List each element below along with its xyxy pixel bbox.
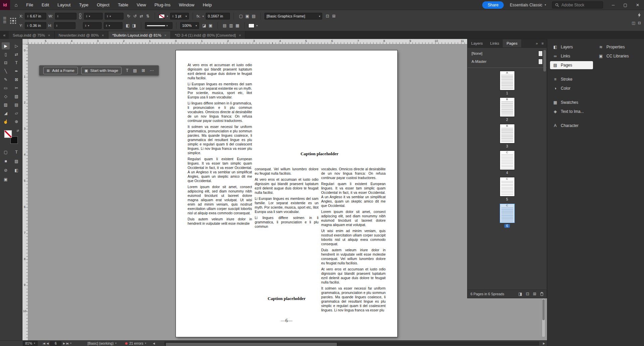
x-position-field[interactable]: ▲▼6.67 in — [25, 13, 46, 19]
rectangle-tool[interactable]: ▭ — [2, 84, 10, 91]
document-tab[interactable]: *ID 3-4 (1).indd @ 80% [Converted] × — [171, 31, 245, 39]
rotate-90-cw-icon[interactable]: ↻ — [126, 14, 132, 18]
panel-button-stroke[interactable]: ≡ Stroke — [550, 75, 593, 83]
menu-item[interactable]: Layout — [57, 2, 70, 7]
document-page[interactable]: At vero eros et accumsan et iusto odio d… — [176, 50, 397, 337]
page-thumbnail[interactable]: C — [500, 204, 515, 223]
master-page-thumbnail[interactable] — [538, 59, 543, 64]
frame-fitting-icon[interactable]: ⊞ — [331, 14, 337, 18]
type-tool[interactable]: T — [12, 59, 20, 66]
height-field[interactable]: ▲▼ — [54, 22, 76, 29]
menu-item[interactable]: Plug-Ins — [154, 2, 170, 7]
scale-x-field[interactable]: ▲▼▾ — [84, 13, 103, 19]
current-page-field[interactable] — [50, 341, 61, 346]
page-thumbnail-item[interactable]: C 6 — [500, 204, 515, 228]
text-column-middle[interactable]: consequat. Vel willum lunombro dolore eu… — [255, 167, 318, 230]
scroll-right-icon[interactable]: ▶ — [543, 342, 547, 345]
create-new-page-icon[interactable]: ⊞ — [533, 292, 536, 296]
edit-page-size-icon[interactable]: ◨ — [518, 292, 522, 296]
width-field[interactable]: ▲▼ — [55, 13, 77, 19]
gap-tool[interactable]: ⇄ — [12, 51, 20, 58]
panel-dock-icon[interactable]: ⊡ — [638, 21, 641, 25]
panel-button-links[interactable]: ∞ Links — [550, 52, 593, 60]
preview-mode-icon[interactable]: ▣ — [2, 176, 10, 183]
master-page-row[interactable]: [None] — [467, 49, 547, 57]
stroke-weight-field[interactable]: ▲▼1 pt▾ — [170, 13, 189, 19]
close-tab-icon[interactable]: × — [102, 33, 104, 37]
apply-none-icon[interactable]: ⊘ — [2, 167, 10, 174]
rotate-90-ccw-icon[interactable]: ↺ — [132, 14, 138, 18]
text-column-left[interactable]: At vero eros et accumsan et iusto odio d… — [188, 63, 252, 227]
wrap-object-shape-icon[interactable]: ▤ — [250, 14, 257, 18]
object-effects-icon[interactable]: ▣ — [207, 23, 214, 28]
menu-item[interactable]: Edit — [42, 2, 49, 7]
collapse-panels-icon[interactable]: « — [0, 31, 9, 39]
previous-page-icon[interactable]: ◀ — [47, 342, 48, 345]
start-with-image-button[interactable]: ▣ Start with Image — [81, 67, 122, 74]
scrollbar-thumb[interactable] — [542, 299, 545, 320]
share-button[interactable]: Share — [482, 1, 504, 9]
panel-button-text-to-image[interactable]: ◈ Text to Ima... — [550, 107, 593, 116]
page-icon[interactable]: ▤ — [132, 68, 138, 73]
close-tab-icon[interactable]: × — [164, 33, 166, 37]
panel-tab[interactable]: Layers — [467, 39, 487, 47]
preflight-errors-dropdown[interactable]: 21 errors ▾ — [125, 341, 146, 345]
align-left-icon[interactable]: ▤ — [221, 23, 228, 28]
page-thumbnail-item[interactable]: A 1 — [500, 71, 515, 95]
add-frame-button[interactable]: ⊠ Add a Frame — [43, 67, 78, 74]
next-page-icon[interactable]: ▶ — [63, 342, 65, 345]
opacity-field[interactable]: 100%▾ — [180, 22, 199, 29]
object-style-dropdown[interactable]: [Basic Graphics Frame]▾ — [264, 13, 322, 19]
app-logo[interactable]: Id — [0, 0, 10, 10]
formatting-affects-container-icon[interactable]: ▢ — [2, 148, 10, 156]
gradient-swatch-tool[interactable]: ▧ — [12, 93, 20, 100]
stroke-color-none-swatch[interactable] — [159, 14, 165, 18]
type-tool-icon[interactable]: T — [125, 68, 129, 73]
fill-swatch[interactable] — [248, 24, 254, 28]
normal-view-mode-icon[interactable]: ◧ — [12, 167, 20, 174]
eyedropper-tool[interactable]: ◢ — [2, 110, 10, 117]
page-thumbnail-item[interactable]: C 4 — [500, 150, 515, 175]
ruler-origin-corner[interactable] — [22, 39, 28, 44]
stroke-color-caret-icon[interactable]: ▾ — [167, 15, 168, 18]
rotation-angle-field[interactable]: ▲▼▾ — [104, 22, 122, 29]
close-tab-icon[interactable]: × — [239, 33, 241, 37]
panel-button-layers[interactable]: ◧ Layers — [550, 43, 593, 51]
zoom-tool[interactable]: ⊕ — [12, 118, 20, 125]
panel-button-character[interactable]: A Character — [550, 122, 593, 130]
measure-tool[interactable]: ▱ — [12, 110, 20, 117]
menu-item[interactable]: Window — [179, 2, 194, 7]
wrap-bounding-box-icon[interactable]: ▣ — [244, 14, 250, 18]
master-page-row[interactable]: A-Master — [467, 57, 547, 66]
panel-button-properties[interactable]: ≋ Properties — [596, 43, 642, 51]
effects-label[interactable]: fx. — [197, 14, 201, 18]
stock-search-box[interactable] — [552, 1, 603, 8]
drop-shadow-icon[interactable]: ◪ — [201, 23, 207, 28]
flip-horizontal-icon[interactable]: ⇄ — [138, 14, 145, 18]
horizontal-scrollbar[interactable] — [164, 342, 539, 345]
document-tab[interactable]: *Bulletin Layout.indd @ 81% × — [108, 31, 171, 39]
panel-button-pages[interactable]: ▤ Pages — [550, 61, 593, 69]
workspace-switcher[interactable]: Essentials Classic ▾ — [510, 3, 546, 7]
pen-tool[interactable]: ✒ — [12, 68, 20, 75]
page-thumbnail-item[interactable]: B 3 — [500, 124, 515, 148]
panel-tab[interactable]: Pages — [503, 39, 521, 47]
text-column-right[interactable]: vocabules. Omnicos directe al desirabili… — [321, 167, 386, 314]
panel-tab[interactable]: Links — [487, 39, 503, 47]
scissors-tool[interactable]: ✂ — [12, 84, 20, 91]
stroke-type-dropdown[interactable]: ▾ — [145, 22, 172, 29]
menu-item[interactable]: Object — [97, 2, 110, 7]
fill-swatch-caret-icon[interactable]: ▾ — [256, 24, 258, 27]
note-tool[interactable]: ▤ — [12, 101, 20, 108]
constrain-proportions-icon[interactable] — [79, 13, 82, 19]
hand-tool[interactable]: ☝ — [2, 118, 10, 125]
document-tab[interactable]: Newsletter.indd @ 80% × — [55, 31, 108, 39]
first-page-icon[interactable]: |◀ — [43, 342, 45, 345]
panel-options-icon[interactable]: ◫ — [632, 21, 635, 25]
preflight-profile-dropdown[interactable]: [Basic] (working) ▾ — [88, 341, 116, 345]
scroll-left-icon[interactable]: ◀ — [153, 342, 157, 345]
select-content-icon[interactable]: ◨ — [131, 23, 137, 28]
page-thumbnail[interactable]: B — [500, 124, 515, 143]
effects-caret-icon[interactable]: ▾ — [202, 15, 204, 18]
direct-selection-tool[interactable]: ▷ — [12, 42, 20, 49]
